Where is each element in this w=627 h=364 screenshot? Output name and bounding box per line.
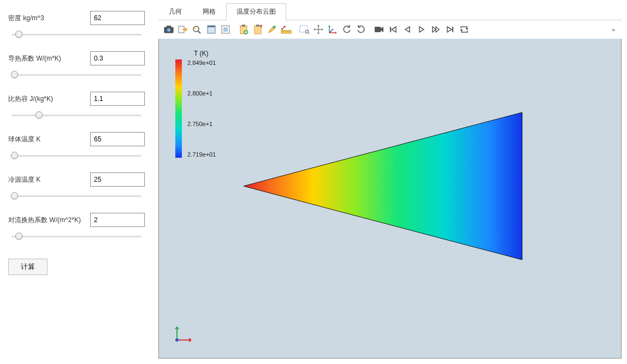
step-fwd-icon[interactable] xyxy=(430,23,442,35)
slider-thumb[interactable] xyxy=(11,152,18,159)
svg-rect-17 xyxy=(300,26,307,32)
slider-thumb[interactable] xyxy=(11,192,18,199)
field-cold-temp: 冷源温度 K xyxy=(8,172,145,201)
field-label: 冷源温度 K xyxy=(8,175,85,184)
viewer-frame: T (K) 2.849e+01 2.800e+1 2.750e+1 2.719e… xyxy=(158,39,622,359)
legend-labels: 2.849e+01 2.800e+1 2.750e+1 2.719e+01 xyxy=(186,59,216,158)
fit-icon[interactable] xyxy=(220,23,232,35)
slider-thumb[interactable] xyxy=(15,232,22,240)
legend-tick: 2.849e+01 xyxy=(187,59,216,66)
toolbar-overflow-icon[interactable]: » xyxy=(610,26,617,33)
sphere-temp-slider[interactable] xyxy=(8,151,145,160)
sidebar-panel: 密度 kg/m^3 导热系数 W/(m*K) 比热容 J/(kg*K) xyxy=(0,0,153,364)
record-icon[interactable] xyxy=(373,23,385,35)
legend-tick: 2.719e+01 xyxy=(187,151,216,158)
toolbar-separator xyxy=(234,24,235,35)
tab-contour[interactable]: 温度分布云图 xyxy=(226,3,286,20)
svg-rect-8 xyxy=(223,27,228,32)
clipboard-icon[interactable] xyxy=(252,23,264,35)
svg-rect-10 xyxy=(242,25,245,27)
conductivity-input[interactable] xyxy=(90,51,145,65)
tab-bar: 几何 网格 温度分布云图 xyxy=(158,3,622,20)
clipboard-add-icon[interactable] xyxy=(238,23,250,35)
legend-tick: 2.750e+1 xyxy=(187,121,216,127)
field-label: 对流换热系数 W/(m^2*K) xyxy=(8,216,85,225)
density-input[interactable] xyxy=(90,11,145,25)
sphere-temp-input[interactable] xyxy=(90,132,145,146)
tab-geometry[interactable]: 几何 xyxy=(158,3,192,20)
cold-temp-slider[interactable] xyxy=(8,191,145,201)
density-slider[interactable] xyxy=(8,29,145,39)
box-select-icon[interactable] xyxy=(298,23,310,35)
specific-heat-slider[interactable] xyxy=(8,110,145,120)
field-label: 球体温度 K xyxy=(8,135,85,144)
field-convection: 对流换热系数 W/(m^2*K) xyxy=(8,213,145,241)
field-density: 密度 kg/m^3 xyxy=(8,11,145,39)
repeat-icon[interactable] xyxy=(458,23,470,35)
legend-title: T (K) xyxy=(194,50,216,57)
color-legend: T (K) 2.849e+01 2.800e+1 2.750e+1 2.719e… xyxy=(175,50,216,158)
svg-marker-20 xyxy=(244,112,522,260)
convection-slider[interactable] xyxy=(8,231,145,241)
rotate-cw-icon[interactable] xyxy=(355,23,367,35)
legend-colorbar xyxy=(175,59,182,158)
window-select-icon[interactable] xyxy=(205,23,217,35)
play-icon[interactable] xyxy=(416,23,428,35)
temperature-contour xyxy=(244,110,528,262)
conductivity-slider[interactable] xyxy=(8,70,145,80)
axes-icon[interactable] xyxy=(327,23,339,35)
svg-rect-6 xyxy=(208,26,215,27)
svg-point-21 xyxy=(175,338,179,342)
rotate-ccw-icon[interactable] xyxy=(341,23,353,35)
legend-tick: 2.800e+1 xyxy=(187,90,216,97)
toolbar-separator xyxy=(369,24,371,35)
camera-icon[interactable] xyxy=(163,23,175,35)
slider-thumb[interactable] xyxy=(11,71,18,78)
main-panel: 几何 网格 温度分布云图 xyxy=(153,0,627,364)
convection-input[interactable] xyxy=(90,213,145,227)
field-sphere-temp: 球体温度 K xyxy=(8,132,145,160)
skip-end-icon[interactable] xyxy=(444,23,456,35)
svg-rect-1 xyxy=(167,26,171,28)
field-label: 导热系数 W/(m*K) xyxy=(8,54,85,63)
tab-mesh[interactable]: 网格 xyxy=(192,3,226,20)
brush-icon[interactable] xyxy=(266,23,278,35)
slider-thumb[interactable] xyxy=(36,111,43,118)
step-back-icon[interactable] xyxy=(401,23,413,35)
field-label: 密度 kg/m^3 xyxy=(8,14,85,23)
svg-rect-12 xyxy=(255,26,261,34)
field-conductivity: 导热系数 W/(m*K) xyxy=(8,51,145,80)
export-icon[interactable] xyxy=(177,23,189,35)
toolbar-separator xyxy=(294,24,296,35)
calculate-button[interactable]: 计算 xyxy=(8,259,48,275)
viewer-canvas[interactable]: T (K) 2.849e+01 2.800e+1 2.750e+1 2.719e… xyxy=(159,39,621,358)
svg-rect-19 xyxy=(375,27,381,32)
cold-temp-input[interactable] xyxy=(90,172,145,187)
measure-icon[interactable] xyxy=(280,23,292,35)
field-label: 比热容 J/(kg*K) xyxy=(8,94,85,104)
skip-start-icon[interactable] xyxy=(387,23,399,35)
field-specific-heat: 比热容 J/(kg*K) xyxy=(8,92,145,120)
app-root: 密度 kg/m^3 导热系数 W/(m*K) 比热容 J/(kg*K) xyxy=(0,0,627,364)
zoom-find-icon[interactable] xyxy=(191,23,203,35)
move-icon[interactable] xyxy=(312,23,324,35)
svg-point-2 xyxy=(167,28,171,32)
axis-triad-icon xyxy=(173,323,194,344)
viewer-toolbar: » xyxy=(158,20,622,39)
svg-rect-13 xyxy=(256,25,259,27)
slider-thumb[interactable] xyxy=(15,31,22,38)
specific-heat-input[interactable] xyxy=(90,92,145,106)
svg-point-14 xyxy=(261,25,262,27)
